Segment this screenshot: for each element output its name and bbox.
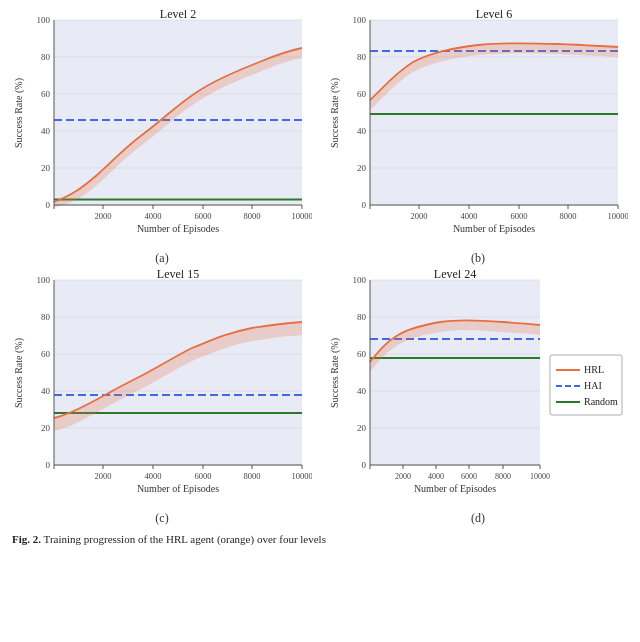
- svg-text:10000: 10000: [291, 471, 312, 481]
- chart-cell-b: Level 6 0 20 40 60 80 100 Success Rate (…: [320, 8, 636, 268]
- svg-text:Level 6: Level 6: [476, 10, 512, 21]
- svg-text:100: 100: [353, 15, 367, 25]
- svg-text:20: 20: [357, 163, 367, 173]
- svg-text:0: 0: [362, 200, 367, 210]
- svg-text:6000: 6000: [195, 471, 212, 481]
- svg-text:HRL: HRL: [584, 364, 604, 375]
- svg-text:4000: 4000: [145, 211, 162, 221]
- svg-text:Success Rate (%): Success Rate (%): [329, 78, 341, 148]
- svg-text:Success Rate (%): Success Rate (%): [329, 338, 341, 408]
- svg-text:8000: 8000: [560, 211, 577, 221]
- figure-caption: Fig. 2. Training progression of the HRL …: [4, 528, 636, 547]
- svg-text:Number of Episodes: Number of Episodes: [137, 483, 219, 494]
- chart-d: Level 24 0 20 40 60 80 100 Success Rate …: [328, 270, 628, 510]
- svg-text:2000: 2000: [95, 211, 112, 221]
- svg-rect-93: [370, 280, 540, 465]
- svg-text:8000: 8000: [244, 471, 261, 481]
- svg-text:6000: 6000: [461, 472, 477, 481]
- svg-text:8000: 8000: [495, 472, 511, 481]
- svg-text:100: 100: [37, 275, 51, 285]
- svg-text:60: 60: [41, 89, 51, 99]
- svg-text:0: 0: [46, 200, 51, 210]
- svg-text:0: 0: [46, 460, 51, 470]
- chart-b-label: (b): [471, 251, 485, 266]
- svg-text:80: 80: [357, 312, 367, 322]
- svg-text:60: 60: [357, 89, 367, 99]
- chart-c: Level 15 0 20 40 60 80 100 Success Rate …: [12, 270, 312, 510]
- svg-text:6000: 6000: [511, 211, 528, 221]
- svg-text:Level 15: Level 15: [157, 270, 199, 281]
- chart-c-label: (c): [155, 511, 168, 526]
- chart-b: Level 6 0 20 40 60 80 100 Success Rate (…: [328, 10, 628, 250]
- svg-text:40: 40: [357, 386, 367, 396]
- svg-text:20: 20: [41, 423, 51, 433]
- caption-rest: Training progression of the HRL agent (o…: [41, 533, 326, 545]
- svg-text:HAI: HAI: [584, 380, 602, 391]
- svg-text:4000: 4000: [428, 472, 444, 481]
- chart-a: Level 2 0 20 40 60 80 100 Success Rate (…: [12, 10, 312, 250]
- svg-text:Level 2: Level 2: [160, 10, 196, 21]
- figure-container: Level 2 0 20 40 60 80 100 Success Rate (…: [0, 0, 640, 551]
- svg-text:2000: 2000: [395, 472, 411, 481]
- svg-text:40: 40: [357, 126, 367, 136]
- svg-text:40: 40: [41, 386, 51, 396]
- svg-text:100: 100: [353, 275, 367, 285]
- svg-text:10000: 10000: [530, 472, 550, 481]
- svg-text:Number of Episodes: Number of Episodes: [414, 483, 496, 494]
- caption-bold: Fig. 2.: [12, 533, 41, 545]
- chart-a-label: (a): [155, 251, 168, 266]
- svg-text:Number of Episodes: Number of Episodes: [137, 223, 219, 234]
- svg-text:20: 20: [41, 163, 51, 173]
- chart-d-label: (d): [471, 511, 485, 526]
- svg-rect-62: [54, 280, 302, 465]
- svg-text:40: 40: [41, 126, 51, 136]
- svg-text:Random: Random: [584, 396, 618, 407]
- svg-text:80: 80: [41, 312, 51, 322]
- svg-text:20: 20: [357, 423, 367, 433]
- svg-text:Level 24: Level 24: [434, 270, 476, 281]
- svg-text:4000: 4000: [461, 211, 478, 221]
- svg-text:10000: 10000: [291, 211, 312, 221]
- svg-text:80: 80: [41, 52, 51, 62]
- svg-text:60: 60: [41, 349, 51, 359]
- svg-text:2000: 2000: [411, 211, 428, 221]
- svg-text:80: 80: [357, 52, 367, 62]
- svg-text:8000: 8000: [244, 211, 261, 221]
- svg-text:10000: 10000: [607, 211, 628, 221]
- svg-text:Success Rate (%): Success Rate (%): [13, 78, 25, 148]
- chart-cell-d: Level 24 0 20 40 60 80 100 Success Rate …: [320, 268, 636, 528]
- chart-cell-c: Level 15 0 20 40 60 80 100 Success Rate …: [4, 268, 320, 528]
- svg-text:6000: 6000: [195, 211, 212, 221]
- svg-text:0: 0: [362, 460, 367, 470]
- svg-text:2000: 2000: [95, 471, 112, 481]
- chart-cell-a: Level 2 0 20 40 60 80 100 Success Rate (…: [4, 8, 320, 268]
- svg-text:60: 60: [357, 349, 367, 359]
- charts-grid: Level 2 0 20 40 60 80 100 Success Rate (…: [4, 8, 636, 528]
- svg-text:Number of Episodes: Number of Episodes: [453, 223, 535, 234]
- svg-text:100: 100: [37, 15, 51, 25]
- svg-text:Success Rate (%): Success Rate (%): [13, 338, 25, 408]
- svg-text:4000: 4000: [145, 471, 162, 481]
